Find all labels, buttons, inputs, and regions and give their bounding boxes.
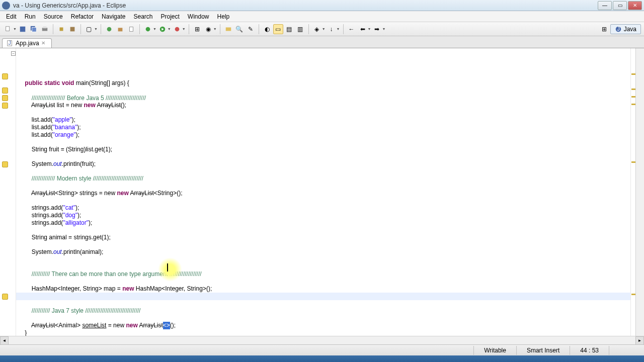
scroll-track[interactable] <box>9 336 635 344</box>
editor: − public static void main(String[] args)… <box>0 48 644 336</box>
window-title: va - Using Generics/src/App.java - Eclip… <box>13 2 598 9</box>
warning-icon[interactable] <box>2 95 8 101</box>
dropdown-icon[interactable]: ▼ <box>168 27 171 31</box>
task-button[interactable]: ✎ <box>246 24 256 34</box>
vertical-scrollbar[interactable] <box>635 48 644 336</box>
menu-navigate[interactable]: Navigate <box>98 13 129 20</box>
tab-close-icon[interactable]: ✕ <box>41 40 47 46</box>
dropdown-icon[interactable]: ▼ <box>368 27 371 31</box>
menu-refactor[interactable]: Refactor <box>67 13 98 20</box>
overview-marker[interactable] <box>631 161 635 163</box>
status-insert: Smart Insert <box>516 346 570 355</box>
show-whitespace-button[interactable]: ▥ <box>295 24 305 34</box>
svg-point-11 <box>146 27 150 31</box>
tab-app-java[interactable]: J App.java ✕ <box>2 38 52 48</box>
minimize-button[interactable]: — <box>598 1 612 10</box>
external-button[interactable] <box>172 24 182 34</box>
back-button[interactable]: ⬅ <box>358 24 368 34</box>
svg-rect-14 <box>225 27 231 31</box>
warning-icon[interactable] <box>2 87 8 94</box>
skip-button[interactable]: ▢ <box>84 24 94 34</box>
svg-rect-9 <box>118 28 123 31</box>
toggle-mark-button[interactable]: ◐ <box>262 24 272 34</box>
status-bar: Writable Smart Insert 44 : 53 <box>0 344 644 355</box>
overview-marker[interactable] <box>631 88 635 90</box>
java-perspective[interactable]: J Java <box>610 24 641 34</box>
menu-edit[interactable]: Edit <box>2 13 21 20</box>
dropdown-icon[interactable]: ▼ <box>153 27 156 31</box>
overview-marker[interactable] <box>631 294 635 295</box>
dropdown-icon[interactable]: ▼ <box>182 27 186 31</box>
dropdown-icon[interactable]: ▼ <box>382 27 385 31</box>
svg-rect-4 <box>42 28 48 31</box>
overview-marker[interactable] <box>631 104 635 105</box>
java-file-icon: J <box>7 40 14 47</box>
editor-tabs: J App.java ✕ <box>0 36 644 48</box>
svg-text:J: J <box>9 40 11 46</box>
save-all-button[interactable] <box>29 24 39 34</box>
svg-rect-1 <box>20 26 26 32</box>
new-button[interactable] <box>3 24 13 34</box>
menu-source[interactable]: Source <box>40 13 67 20</box>
horizontal-scrollbar[interactable]: ◄ ► <box>0 336 644 344</box>
new-file-button[interactable] <box>126 24 136 34</box>
next-ann-button[interactable]: ↓ <box>327 24 337 34</box>
dropdown-icon[interactable]: ▼ <box>322 27 326 31</box>
status-writable: Writable <box>473 346 516 355</box>
scroll-right-button[interactable]: ► <box>635 336 644 345</box>
status-empty <box>609 346 639 355</box>
overview-marker[interactable] <box>631 73 635 75</box>
toggle-block-button[interactable]: ▤ <box>284 24 294 34</box>
new-plugin-button[interactable]: ◉ <box>203 24 213 34</box>
warning-icon[interactable] <box>2 103 8 109</box>
open-perspective-button[interactable]: ⊞ <box>599 24 609 34</box>
build-button[interactable] <box>56 24 66 34</box>
scroll-left-button[interactable]: ◄ <box>0 336 9 345</box>
gutter[interactable]: − <box>0 48 16 336</box>
dropdown-icon[interactable]: ▼ <box>13 27 17 31</box>
code-content: public static void main(String[] args) {… <box>18 79 630 336</box>
menu-run[interactable]: Run <box>21 13 40 20</box>
new-package-button[interactable] <box>115 24 125 34</box>
dropdown-icon[interactable]: ▼ <box>337 27 340 31</box>
menu-help[interactable]: Help <box>213 13 234 20</box>
toggle-button[interactable] <box>67 24 77 34</box>
menu-project[interactable]: Project <box>157 13 184 20</box>
print-button[interactable] <box>40 24 50 34</box>
open-type-button[interactable] <box>223 24 233 34</box>
debug-button[interactable] <box>143 24 153 34</box>
run-button[interactable] <box>157 24 168 34</box>
svg-rect-3 <box>32 27 36 32</box>
save-button[interactable] <box>18 24 28 34</box>
new-class-button[interactable] <box>104 24 114 34</box>
new-java-button[interactable]: ⊞ <box>192 24 202 34</box>
svg-rect-7 <box>70 27 75 31</box>
svg-rect-6 <box>59 27 63 31</box>
forward-button[interactable]: ➡ <box>372 24 382 34</box>
close-button[interactable]: ✕ <box>628 1 642 10</box>
maximize-button[interactable]: ▭ <box>613 1 627 10</box>
menu-search[interactable]: Search <box>129 13 156 20</box>
taskbar <box>0 355 644 362</box>
overview-marker[interactable] <box>631 96 635 98</box>
text-caret-icon <box>167 263 168 272</box>
last-edit-button[interactable]: ← <box>347 24 357 34</box>
toggle-breadcrumb-button[interactable]: ▭ <box>273 24 283 34</box>
warning-icon[interactable] <box>2 294 8 300</box>
warning-icon[interactable] <box>2 161 8 167</box>
overview-ruler[interactable] <box>630 48 635 336</box>
menu-window[interactable]: Window <box>184 13 213 20</box>
toolbar: ▼ ▢▼ ▼ ▼ ▼ ⊞ ◉▼ 🔍 ✎ ◐ ▭ ▤ ▥ ◈▼ ↓▼ ← ⬅▼ ➡… <box>0 22 644 36</box>
warning-icon[interactable] <box>2 73 8 79</box>
app-icon <box>2 2 10 10</box>
code-area[interactable]: public static void main(String[] args) {… <box>16 48 630 336</box>
perspective-label: Java <box>624 26 636 33</box>
search-button[interactable]: 🔍 <box>234 24 245 34</box>
svg-rect-10 <box>129 27 133 31</box>
title-bar: va - Using Generics/src/App.java - Eclip… <box>0 0 644 11</box>
dropdown-icon[interactable]: ▼ <box>94 27 98 31</box>
annotate-button[interactable]: ◈ <box>312 24 322 34</box>
dropdown-icon[interactable]: ▼ <box>213 27 217 31</box>
fold-icon[interactable]: − <box>11 51 16 56</box>
tab-label: App.java <box>16 40 39 47</box>
